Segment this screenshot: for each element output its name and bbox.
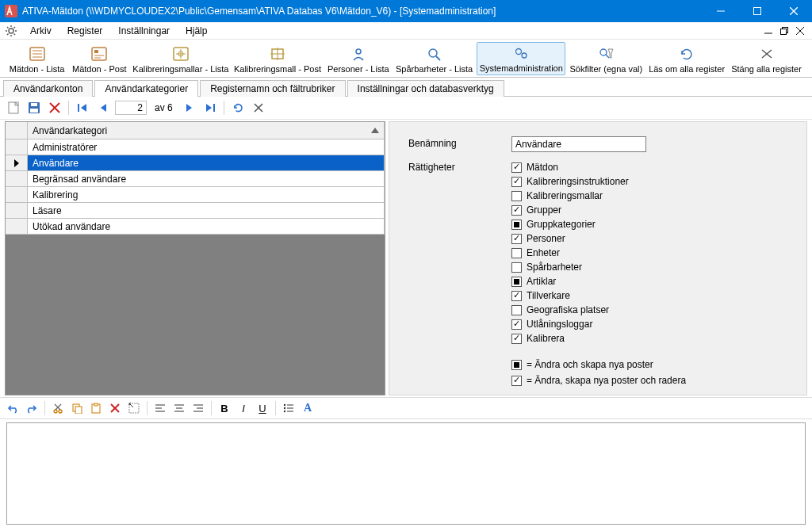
- category-cell[interactable]: Användare: [28, 155, 385, 170]
- toolbar-matdon-lista[interactable]: Mätdon - Lista: [6, 44, 67, 75]
- minimize-button[interactable]: [703, 0, 739, 22]
- bullet-list-button[interactable]: [281, 400, 297, 416]
- mdi-close-button[interactable]: [793, 24, 807, 38]
- row-header[interactable]: [6, 139, 28, 155]
- mdi-restore-button[interactable]: [777, 24, 791, 38]
- category-cell[interactable]: Utökad användare: [28, 219, 385, 234]
- menu-installningar[interactable]: Inställningar: [110, 24, 178, 38]
- copy-button[interactable]: [69, 400, 85, 416]
- svg-point-5: [9, 29, 13, 33]
- right-checkbox[interactable]: [511, 205, 522, 216]
- next-record-button[interactable]: [181, 100, 198, 116]
- table-row[interactable]: Kalibrering: [6, 187, 385, 203]
- right-checkbox[interactable]: [511, 334, 522, 344]
- select-all-button[interactable]: [126, 400, 142, 416]
- category-cell[interactable]: Administratörer: [28, 139, 385, 155]
- table-row[interactable]: Läsare: [6, 203, 385, 219]
- benaming-input[interactable]: [511, 136, 646, 152]
- table-row[interactable]: Begränsad användare: [6, 171, 385, 187]
- right-checkbox[interactable]: [511, 277, 522, 287]
- toolbar-sparbarheter-lista[interactable]: Spårbarheter - Lista: [393, 44, 475, 75]
- toolbar-las-om[interactable]: Läs om alla register: [646, 44, 727, 75]
- redo-button[interactable]: [24, 400, 40, 416]
- align-left-button[interactable]: [152, 400, 168, 416]
- tab-registernamn[interactable]: Registernamn och fältrubriker: [200, 80, 345, 97]
- right-checkbox[interactable]: [511, 234, 522, 244]
- right-checkbox[interactable]: [511, 262, 522, 273]
- category-cell[interactable]: Kalibrering: [28, 187, 385, 202]
- right-checkbox[interactable]: [511, 220, 522, 230]
- right-item: Personer: [511, 231, 629, 246]
- menu-arkiv[interactable]: Arkiv: [22, 24, 59, 38]
- align-right-button[interactable]: [190, 400, 206, 416]
- right-checkbox[interactable]: [511, 319, 522, 330]
- category-cell[interactable]: Begränsad användare: [28, 171, 385, 186]
- undo-button[interactable]: [5, 400, 21, 416]
- right-checkbox[interactable]: [511, 248, 522, 258]
- maximize-button[interactable]: [739, 0, 776, 22]
- richtext-area[interactable]: [6, 422, 806, 525]
- menu-hjalp[interactable]: Hjälp: [178, 24, 215, 38]
- menu-register[interactable]: Register: [59, 24, 111, 38]
- delete-selection-button[interactable]: [107, 400, 123, 416]
- record-index-input[interactable]: [115, 101, 147, 115]
- reload-button[interactable]: [229, 100, 247, 116]
- toolbar-matdon-post[interactable]: Mätdon - Post: [69, 44, 129, 75]
- save-button[interactable]: [25, 100, 43, 116]
- last-record-button[interactable]: [201, 100, 219, 116]
- legend-checked-icon: [511, 376, 522, 386]
- row-header[interactable]: [6, 187, 28, 202]
- right-checkbox[interactable]: [511, 305, 522, 315]
- first-record-button[interactable]: [74, 100, 91, 116]
- category-cell[interactable]: Läsare: [28, 203, 385, 218]
- target-icon: [270, 45, 285, 63]
- category-grid[interactable]: Användarkategori AdministratörerAnvändar…: [5, 121, 385, 395]
- right-checkbox[interactable]: [511, 177, 522, 187]
- toolbar-personer-lista[interactable]: Personer - Lista: [324, 44, 392, 75]
- row-header[interactable]: [6, 203, 28, 218]
- table-row[interactable]: Administratörer: [6, 139, 385, 155]
- table-row[interactable]: Användare: [6, 155, 385, 171]
- grid-corner[interactable]: [6, 122, 28, 139]
- tab-anvandarkategorier[interactable]: Användarkategorier: [94, 80, 198, 97]
- right-checkbox[interactable]: [511, 162, 522, 173]
- tab-anvandarkonton[interactable]: Användarkonton: [3, 80, 93, 97]
- row-header[interactable]: [6, 219, 28, 234]
- prev-record-button[interactable]: [94, 100, 112, 116]
- toolbar-sokfilter[interactable]: Sökfilter (egna val): [567, 44, 645, 75]
- row-header[interactable]: [6, 171, 28, 186]
- bold-button[interactable]: B: [216, 400, 232, 416]
- new-record-button[interactable]: [5, 100, 22, 116]
- toolbar-kalibreringsmall-post[interactable]: Kalibreringsmall - Post: [232, 44, 324, 75]
- table-row[interactable]: Utökad användare: [6, 219, 385, 235]
- row-header[interactable]: [6, 155, 28, 170]
- gears-icon: [513, 44, 529, 62]
- toolbar-kalibreringsmallar-lista[interactable]: Kalibreringsmallar - Lista: [131, 44, 230, 75]
- tab-installningar[interactable]: Inställningar och databasverktyg: [347, 80, 504, 97]
- list-icon: [29, 45, 45, 63]
- delete-button[interactable]: [46, 100, 63, 116]
- underline-button[interactable]: U: [255, 400, 270, 416]
- cut-button[interactable]: [50, 400, 66, 416]
- right-item: Spårbarheter: [511, 260, 629, 274]
- svg-rect-2: [754, 8, 761, 15]
- target-list-icon: [173, 45, 189, 63]
- align-center-button[interactable]: [171, 400, 187, 416]
- right-checkbox[interactable]: [511, 291, 522, 301]
- richtext-toolbar: B I U A: [0, 397, 812, 419]
- toolbar-systemadministration[interactable]: Systemadministration: [477, 42, 565, 75]
- svg-point-39: [600, 49, 607, 55]
- mdi-minimize-button[interactable]: [761, 24, 776, 38]
- right-checkbox[interactable]: [511, 191, 522, 201]
- cancel-button[interactable]: [250, 100, 267, 116]
- italic-button[interactable]: I: [236, 400, 251, 416]
- right-label: Enheter: [527, 247, 560, 258]
- close-button[interactable]: [776, 0, 812, 22]
- paste-button[interactable]: [88, 400, 104, 416]
- svg-rect-24: [94, 50, 98, 53]
- grid-header-anvandarkategori[interactable]: Användarkategori: [28, 122, 385, 139]
- font-button[interactable]: A: [300, 400, 316, 416]
- right-item: Artiklar: [511, 274, 629, 288]
- svg-line-11: [14, 33, 16, 35]
- toolbar-stang-alla[interactable]: Stäng alla register: [729, 44, 804, 75]
